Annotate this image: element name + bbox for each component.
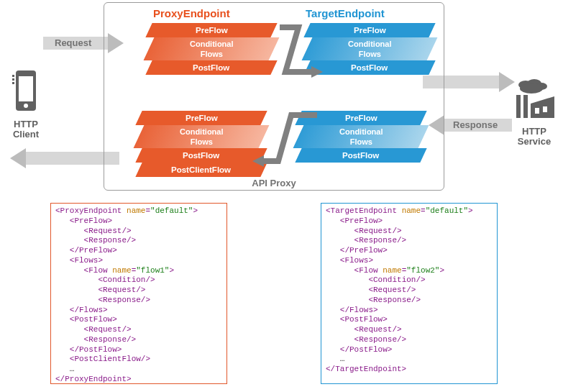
svg-rect-14 [543,106,547,112]
flow-stage: Conditional Flows [339,127,383,147]
proxy-request-slab: PreFlow Conditional Flows PostFlow [149,23,274,75]
svg-rect-3 [12,75,14,77]
api-proxy-box: ProxyEndpoint TargetEndpoint API Proxy P… [104,2,444,191]
flow-stage: PostFlow [183,148,219,163]
flow-stage: Conditional Flows [180,127,224,147]
svg-rect-5 [12,82,14,84]
target-endpoint-title: TargetEndpoint [306,7,385,19]
svg-rect-13 [535,108,539,114]
flow-stage: Conditional Flows [190,39,234,59]
flow-stage: Conditional Flows [348,39,392,59]
target-response-slab: PreFlow Conditional Flows PostFlow [298,111,424,163]
proxy-endpoint-title: ProxyEndpoint [153,7,230,19]
client-endpoint: HTTP Client [7,70,45,140]
flow-stage: PreFlow [345,111,377,125]
api-proxy-label: API Proxy [104,178,444,188]
target-endpoint-xml: <TargetEndpoint name="default"> <PreFlow… [321,203,498,384]
svg-rect-11 [523,95,528,118]
client-label: HTTP Client [7,119,45,140]
flow-stage: PostFlow [342,148,379,163]
flow-stage: PostClientFlow [171,163,231,177]
flow-stage: PostFlow [351,60,388,75]
flow-stage: PreFlow [354,23,386,37]
service-label: HTTP Service [511,127,557,147]
flow-stage: PreFlow [186,111,218,125]
svg-point-2 [24,104,28,108]
phone-icon [12,70,40,114]
proxy-response-slab: PreFlow Conditional Flows PostFlow PostC… [139,111,264,177]
svg-marker-12 [531,96,554,118]
svg-rect-4 [12,78,14,81]
proxy-endpoint-xml: <ProxyEndpoint name="default"> <PreFlow>… [50,203,227,384]
flow-stage: PreFlow [196,23,228,37]
svg-rect-10 [516,95,521,118]
svg-rect-1 [19,76,33,101]
service-endpoint: HTTP Service [511,78,557,147]
flow-stage: PostFlow [193,60,229,75]
factory-icon [512,78,557,121]
request-label: Request [55,37,91,48]
svg-point-9 [520,83,543,94]
target-request-slab: PreFlow Conditional Flows PostFlow [307,23,432,75]
response-label: Response [453,119,498,130]
